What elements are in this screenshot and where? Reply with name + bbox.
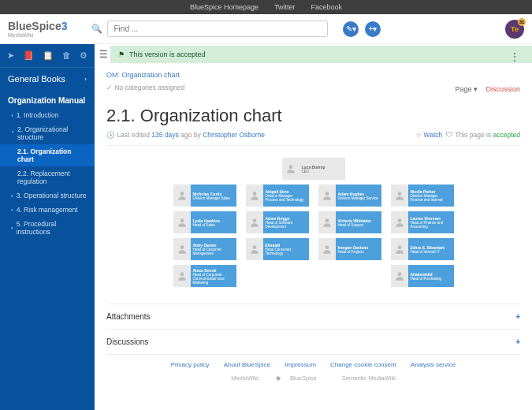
top-link-facebook[interactable]: Facebook [311, 3, 343, 11]
svg-point-10 [325, 218, 329, 222]
sidebar-subitem[interactable]: 2.2. Replacement regulation [0, 166, 95, 188]
person-icon [318, 211, 336, 233]
section-discussions[interactable]: Discussions + [106, 329, 520, 354]
org-node[interactable]: Lauren BrennanHead of Finance and Accoun… [391, 211, 454, 233]
notification-badge: 31 [518, 18, 526, 26]
person-icon [246, 238, 263, 260]
svg-point-2 [252, 192, 256, 196]
org-node[interactable]: Nicholas CurtisDivision Manager Sales [173, 184, 236, 207]
sidebar-subitem[interactable]: 2.1. Organization chart [0, 144, 95, 166]
sidebar: ➤ 📕 📋 🗑 ⚙ General Books › Organization M… [0, 44, 95, 410]
footer-impressum[interactable]: Impressum [285, 361, 316, 368]
svg-point-3 [325, 192, 329, 196]
footer-cookie[interactable]: Change cookie consent [330, 361, 396, 368]
org-chart: Luca BishopCEO Nicholas CurtisDivision M… [106, 146, 520, 304]
person-icon [391, 238, 408, 260]
org-node[interactable]: Adam HughesDivision Manager Service [318, 184, 381, 207]
svg-point-6 [180, 245, 184, 249]
svg-point-13 [397, 245, 401, 249]
meta-days[interactable]: 135 days [151, 131, 179, 139]
svg-point-8 [252, 218, 256, 222]
svg-point-9 [252, 245, 256, 249]
hamburger-icon[interactable]: ☰ [95, 44, 110, 65]
person-icon [173, 238, 191, 260]
person-icon [282, 158, 299, 180]
svg-point-11 [325, 245, 329, 249]
search-input[interactable] [107, 20, 328, 37]
footer-analysis[interactable]: Analysis service [411, 361, 456, 368]
person-icon [173, 265, 191, 287]
logo[interactable]: BlueSpice3 MediaWiki [8, 20, 68, 38]
org-node[interactable]: ElisealdHead Consumer Technology [246, 238, 309, 260]
meta-author[interactable]: Christopher Osborne [203, 131, 265, 139]
trash-icon[interactable]: 🗑 [62, 50, 71, 61]
org-node[interactable]: AliakmahildHead of Purchasing [391, 265, 454, 287]
sidebar-item[interactable]: ›4. Risk management [0, 203, 95, 217]
person-icon [246, 211, 263, 233]
sidebar-section-general-books[interactable]: General Books › [0, 68, 95, 90]
plus-icon: + [515, 337, 520, 346]
plus-icon: + [515, 312, 520, 321]
org-node[interactable]: Zahra S. SibantaniHead of Internal IT [391, 238, 454, 260]
svg-point-1 [180, 192, 184, 196]
sidebar-item[interactable]: ›5. Procedural instructions [0, 217, 95, 239]
breadcrumb: OM: Organization chart [106, 65, 520, 82]
footer-about[interactable]: About BlueSpice [224, 361, 270, 368]
org-node[interactable]: Abby DaviesHead of Customer Management [173, 238, 236, 260]
top-link-homepage[interactable]: BlueSpice Homepage [190, 3, 259, 11]
header: BlueSpice3 MediaWiki 🔍 ✎▾ +▾ Te 31 [0, 14, 532, 44]
org-node[interactable]: Alexa SnookHead of Corporate Communicati… [173, 265, 236, 287]
tab-discussion[interactable]: Discussion [485, 85, 520, 93]
org-node[interactable]: Lydia HawkinsHead of Sales [173, 211, 236, 233]
meta-row: 🕓 Last edited 135 days ago by Christophe… [106, 131, 520, 146]
org-node[interactable]: Luca BishopCEO [282, 158, 345, 180]
breadcrumb-ns[interactable]: OM [106, 71, 118, 79]
org-node[interactable]: Abigail SimsDivision Manager Process and… [246, 184, 309, 207]
flag-icon: ⚑ [118, 50, 125, 58]
person-icon [391, 211, 408, 233]
org-node[interactable]: Victoria WhittakerHead of Support [318, 211, 381, 233]
org-node[interactable]: Adam BriggsHead of Software Development [246, 211, 309, 233]
search-wrap: 🔍 [91, 20, 332, 37]
svg-point-14 [397, 272, 401, 276]
search-icon: 🔍 [91, 24, 102, 34]
star-icon: ☆ [415, 131, 422, 139]
clock-icon: 🕓 [106, 131, 115, 139]
page-actions: Page ▾ Discussion [448, 85, 520, 93]
footer-privacy[interactable]: Privacy policy [171, 361, 210, 368]
avatar[interactable]: Te 31 [505, 20, 524, 39]
person-icon [318, 238, 336, 260]
org-node[interactable]: Imogen DavisonHead of Projects [318, 238, 381, 260]
section-attachments[interactable]: Attachments + [106, 304, 520, 329]
content: ☰ ⚑ This version is accepted ⋮ OM: Organ… [95, 44, 532, 410]
org-node[interactable]: Nicole ParkerDivision Manager Finance an… [391, 184, 454, 207]
top-bar: BlueSpice Homepage Twitter Facebook [0, 0, 532, 14]
svg-point-0 [288, 165, 292, 169]
header-actions: ✎▾ +▾ Te 31 [343, 20, 524, 39]
tab-page[interactable]: Page ▾ [455, 85, 478, 93]
clipboard-icon[interactable]: 📋 [43, 50, 54, 61]
version-notice: ⚑ This version is accepted [110, 46, 532, 63]
person-icon [246, 184, 263, 207]
svg-point-5 [180, 218, 184, 222]
add-button[interactable]: +▾ [365, 21, 381, 37]
breadcrumb-page[interactable]: Organization chart [122, 71, 180, 79]
svg-point-4 [397, 192, 401, 196]
person-icon [318, 184, 336, 207]
book-icon[interactable]: 📕 [23, 50, 34, 61]
gear-icon[interactable]: ⚙ [80, 50, 87, 61]
sidebar-item[interactable]: ›1. Introduction [0, 108, 95, 122]
watch-link[interactable]: Watch [424, 131, 443, 139]
top-link-twitter[interactable]: Twitter [274, 3, 296, 11]
person-icon [173, 211, 191, 233]
footer-links: Privacy policy About BlueSpice Impressum… [106, 354, 520, 371]
kebab-menu-icon[interactable]: ⋮ [509, 50, 520, 63]
nav-icon[interactable]: ➤ [7, 50, 14, 61]
person-icon [391, 184, 408, 207]
sidebar-item[interactable]: ˅2. Organizational structure [0, 122, 95, 144]
sidebar-item[interactable]: ›3. Operational structure [0, 188, 95, 203]
page-title: 2.1. Organization chart [106, 98, 520, 131]
edit-button[interactable]: ✎▾ [343, 21, 359, 37]
sidebar-tools: ➤ 📕 📋 🗑 ⚙ [0, 44, 95, 68]
svg-point-12 [397, 218, 401, 222]
